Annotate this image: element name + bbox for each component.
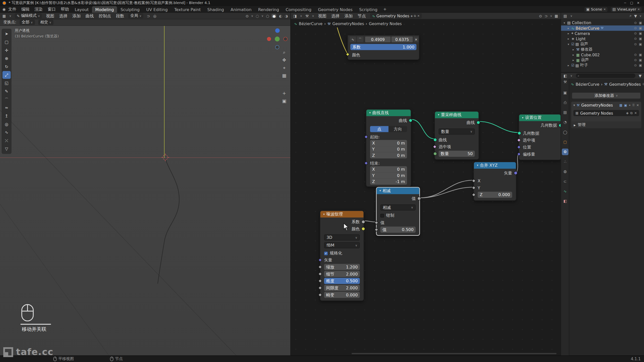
editor-type-icon[interactable]: ◧ xyxy=(564,74,567,78)
shading-wireframe-icon[interactable]: ○ xyxy=(266,14,269,18)
node-header[interactable]: ▾ 设置位置 xyxy=(519,115,561,121)
tool-tweak[interactable]: ➤ xyxy=(3,30,11,38)
menu-file[interactable]: 文件 xyxy=(6,6,19,12)
menu-view[interactable]: 视图 xyxy=(45,13,55,19)
fake-user-icon[interactable]: ◈ xyxy=(411,14,413,17)
detail-field[interactable]: 细节2.000 xyxy=(324,271,360,277)
add-workspace-button[interactable]: + xyxy=(381,7,389,12)
curve-point-y-field[interactable]: 0.6375 xyxy=(391,36,413,42)
pin-icon[interactable]: ⊙ xyxy=(539,14,542,18)
tool-transform[interactable]: ◱ xyxy=(3,79,11,87)
reference-image-icon[interactable]: ▣ xyxy=(281,99,288,104)
render-toggle-icon[interactable]: ⌖ xyxy=(629,103,630,107)
manage-subpanel[interactable]: ▸ 管理 xyxy=(571,121,641,128)
render-icon[interactable]: ▣ xyxy=(639,53,642,57)
node-resample-curve[interactable]: ▾ 重采样曲线 曲线 数量∨ 曲线 选中项 数量50 xyxy=(434,111,479,160)
minimize-button[interactable]: ─ xyxy=(622,1,628,5)
filter-icon[interactable]: ▼ xyxy=(634,14,637,18)
tab-world[interactable]: ◯ xyxy=(562,129,568,135)
start-y-field[interactable]: Y0 m xyxy=(370,146,407,152)
lacunarity-field[interactable]: 间隙度2.000 xyxy=(324,285,360,291)
render-icon[interactable]: ▣ xyxy=(639,58,642,62)
factor-slider[interactable]: 系数 1.000 xyxy=(350,44,417,50)
scale-field[interactable]: 缩放1.200 xyxy=(324,264,360,270)
show-gizmo-icon[interactable]: ⊙ xyxy=(246,14,249,18)
camera-view-icon[interactable]: ⌖ xyxy=(281,65,288,71)
render-icon[interactable]: ▣ xyxy=(639,32,642,35)
eye-icon[interactable]: ⊙ xyxy=(634,64,637,67)
outliner-row-hulu-collection[interactable]: ▾ ☑ ▤ 葫芦 ⊙▣ xyxy=(561,41,644,47)
tab-object-data[interactable]: ∿ xyxy=(562,188,568,195)
proportional-edit-icon[interactable]: ◎ xyxy=(153,14,156,18)
tab-sculpting[interactable]: Sculpting xyxy=(117,6,143,13)
node-combine-xyz[interactable]: ▾ 合并 XYZ 矢量 X Y Z0.000 xyxy=(473,162,516,201)
mode-selector[interactable]: ✎ 编辑模式 ∨ xyxy=(15,13,42,18)
node-canvas[interactable]: ∿ BézierCurve › ⚒ GeometryNodes › Geomet… xyxy=(291,19,561,355)
menu-node[interactable]: 节点 xyxy=(357,13,367,19)
outliner-row-collection[interactable]: ▾ ▤ Collection ⊙▣ xyxy=(561,20,644,25)
tab-compositing[interactable]: Compositing xyxy=(282,6,314,13)
menu-edit[interactable]: 编辑 xyxy=(19,6,32,12)
editor-type-icon[interactable]: ▦ xyxy=(3,14,6,18)
curve-output-socket[interactable] xyxy=(476,121,480,124)
render-icon[interactable]: ▣ xyxy=(639,26,642,30)
edit-mode-toggle-icon[interactable]: ▦ xyxy=(619,103,622,107)
viewlayer-unlink-icon[interactable]: ✕ xyxy=(637,8,640,11)
factor-output-socket[interactable] xyxy=(361,220,365,224)
gizmo-axis-y[interactable] xyxy=(275,36,280,41)
snap-magnet-icon[interactable]: ⊃ xyxy=(147,14,150,18)
geometry-input-socket[interactable] xyxy=(517,131,521,135)
tab-physics[interactable]: ◍ xyxy=(562,168,568,175)
shading-rendered-icon[interactable]: ◑ xyxy=(285,14,288,18)
vector-output-socket[interactable] xyxy=(514,171,517,175)
render-icon[interactable]: ▣ xyxy=(639,64,642,67)
outliner-row-hulu-mesh[interactable]: ▸ ▦ 葫芦 ⊙▣ xyxy=(561,58,644,63)
viewlayer-selector[interactable]: ▤ ViewLayer ✕ xyxy=(611,7,641,12)
3d-cursor[interactable] xyxy=(163,155,168,160)
menu-render[interactable]: 渲染 xyxy=(32,6,45,12)
shading-solid-icon[interactable]: ● xyxy=(272,14,276,18)
scene-unlink-icon[interactable]: ✕ xyxy=(603,8,606,11)
tab-tool[interactable]: ⚒ xyxy=(562,79,568,85)
clamp-checkbox[interactable] xyxy=(380,214,384,217)
tab-material[interactable]: ◧ xyxy=(562,198,568,204)
tab-modifiers[interactable]: ⚙ xyxy=(562,149,568,155)
tool-move[interactable]: ⊕ xyxy=(3,55,11,62)
zoom-icon[interactable]: ⌕ xyxy=(281,50,288,55)
copy-icon[interactable]: ⧉ xyxy=(630,111,632,115)
start-z-field[interactable]: Z0 m xyxy=(370,152,407,158)
delete-modifier-icon[interactable]: ✕ xyxy=(636,103,639,107)
curve-output-socket[interactable] xyxy=(409,119,412,122)
search-icon[interactable]: ⌕ xyxy=(630,14,632,18)
curve-handle-icon[interactable]: ∿ xyxy=(349,36,356,42)
menu-control-points[interactable]: 控制点 xyxy=(98,13,112,19)
clamp-row[interactable]: 钳制 xyxy=(380,213,416,218)
tool-cursor[interactable]: ✛ xyxy=(3,46,11,54)
curve-input-socket[interactable] xyxy=(433,138,437,142)
menu-help[interactable]: 帮助 xyxy=(58,6,71,12)
color-output-socket[interactable] xyxy=(361,227,365,231)
tab-layout[interactable]: Layout xyxy=(71,6,92,13)
node-tree-context-icon[interactable]: ⚒ xyxy=(305,14,309,18)
eye-icon[interactable]: ⊙ xyxy=(634,21,637,25)
tool-randomize[interactable]: ⤬ xyxy=(3,137,11,145)
scene-selector[interactable]: ▣ Scene ✕ xyxy=(585,7,608,12)
close-button[interactable]: ✕ xyxy=(635,1,641,5)
count-field[interactable]: 数量50 xyxy=(439,151,475,157)
add-modifier-button[interactable]: 添加修改器 ∨ xyxy=(572,92,641,99)
gizmo-axis-x-neg[interactable] xyxy=(267,37,271,41)
unlink-icon[interactable]: ✕ xyxy=(634,111,637,115)
render-icon[interactable]: ▣ xyxy=(639,37,642,41)
eye-icon[interactable]: ⊙ xyxy=(634,32,637,35)
roughness-field[interactable]: 糙度0.500 xyxy=(324,278,360,284)
node-header[interactable]: ▾ 合并 XYZ xyxy=(474,162,516,169)
tab-object[interactable]: ▢ xyxy=(562,139,568,145)
tool-scale[interactable]: ⤢ xyxy=(3,71,11,79)
outliner-row-cube002[interactable]: ▸ ▦ Cube.002 ⊙▣ xyxy=(561,52,644,57)
editor-type-icon[interactable]: ▤ xyxy=(564,14,567,18)
tool-tilt[interactable]: ∿ xyxy=(3,128,11,136)
modifier-panel-header[interactable]: ▾ ⚒ GeometryNodes ▦ ▣ ⌖ ⠿ ✕ xyxy=(571,102,641,109)
gizmo-axis-x[interactable] xyxy=(284,37,288,41)
menu-curve[interactable]: 曲线 xyxy=(85,13,95,19)
mode-dropdown[interactable]: 数量∨ xyxy=(439,128,475,134)
